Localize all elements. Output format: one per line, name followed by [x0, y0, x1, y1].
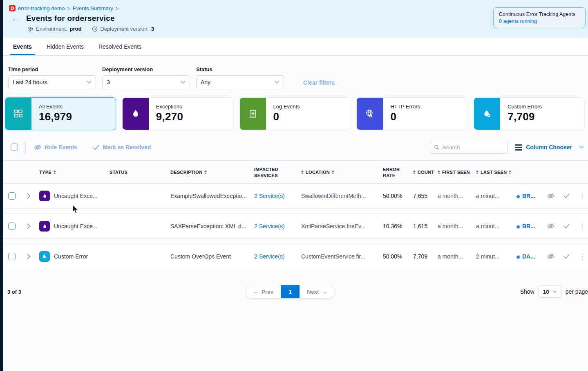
- col-type[interactable]: TYPE: [39, 169, 51, 175]
- col-error-rate[interactable]: ERROR RATE: [383, 166, 403, 178]
- hide-event-icon[interactable]: [547, 193, 554, 199]
- show-label: Show: [520, 288, 534, 295]
- jira-ticket-link[interactable]: ◆BR...: [516, 193, 547, 199]
- page-header: error-tracking-demo > Events Summary > ←…: [3, 0, 588, 38]
- event-type: Custom Error: [54, 253, 88, 260]
- back-arrow-icon[interactable]: ←: [9, 14, 20, 22]
- card-value: 0: [273, 110, 300, 123]
- row-checkbox[interactable]: [8, 192, 16, 200]
- expand-row-icon[interactable]: [20, 193, 37, 199]
- card-log-events[interactable]: Log Events 0: [239, 97, 351, 130]
- flame-icon: [123, 98, 149, 130]
- breadcrumb-events-summary-link[interactable]: Events Summary: [73, 5, 113, 11]
- column-chooser-button[interactable]: Column Chooser: [515, 144, 584, 151]
- impacted-services-link[interactable]: 2 Service(s): [254, 193, 301, 199]
- page-size-select[interactable]: 10: [539, 286, 561, 298]
- table-row[interactable]: Uncaught Exce... SAXParseException: XML …: [3, 214, 588, 239]
- deployment-version-label: Deployment version:: [100, 26, 149, 32]
- event-description: ExampleSwallowedExceptio...: [170, 193, 254, 199]
- expand-row-icon[interactable]: [20, 223, 37, 229]
- col-location[interactable]: LOCATION: [306, 169, 330, 175]
- table-row[interactable]: Uncaught Exce... ExampleSwallowedExcepti…: [3, 183, 588, 209]
- left-nav-edge: [0, 0, 3, 371]
- row-checkbox[interactable]: [8, 223, 16, 230]
- status-select[interactable]: Any: [196, 75, 284, 89]
- flame-gear-icon: [474, 98, 500, 130]
- page-title: Events for orderservice: [26, 14, 115, 23]
- sort-icon[interactable]: [438, 170, 440, 174]
- breadcrumb-project-link[interactable]: error-tracking-demo: [18, 5, 65, 11]
- sort-icon[interactable]: [476, 170, 478, 174]
- toolbar-divider: [25, 142, 26, 153]
- clear-filters-button[interactable]: Clear filters: [303, 79, 335, 86]
- event-count: 1,615: [413, 223, 438, 229]
- deployment-version-filter-value: 3: [107, 79, 110, 85]
- tab-events[interactable]: Events: [7, 38, 38, 55]
- result-count: 3 of 3: [7, 289, 21, 295]
- agents-running-link[interactable]: 0 agents running: [499, 18, 580, 24]
- expand-row-icon[interactable]: [20, 254, 37, 259]
- row-menu-icon[interactable]: ⋮: [579, 192, 586, 200]
- col-last-seen[interactable]: LAST SEEN: [481, 169, 507, 175]
- hamburger-icon: [515, 144, 522, 151]
- select-all-checkbox[interactable]: [11, 144, 18, 151]
- row-menu-icon[interactable]: ⋮: [579, 252, 586, 261]
- last-seen: a minut...: [476, 193, 516, 199]
- jira-icon: ◆: [516, 223, 520, 229]
- deployment-version-icon: [92, 26, 98, 32]
- col-description[interactable]: DESCRIPTION: [170, 169, 202, 175]
- sort-icon[interactable]: [413, 170, 416, 174]
- time-period-label: Time period: [8, 66, 96, 72]
- tab-hidden-events[interactable]: Hidden Events: [41, 38, 89, 55]
- agents-status-card: Continuous Error Tracking Agents 0 agent…: [493, 7, 586, 28]
- deployment-version-select[interactable]: 3: [102, 75, 190, 89]
- chevron-down-icon: [275, 81, 279, 84]
- pagination: ← Prev 1 Next →: [246, 285, 335, 299]
- row-checkbox[interactable]: [8, 253, 16, 260]
- col-impacted-services[interactable]: IMPACTED SERVICES: [254, 166, 286, 178]
- col-status[interactable]: STATUS: [110, 169, 127, 175]
- status-filter-value: Any: [201, 79, 210, 85]
- table-row[interactable]: Custom Error Custom OverOps Event 2 Serv…: [3, 244, 588, 269]
- first-seen: a month...: [438, 253, 476, 260]
- sort-icon[interactable]: [204, 170, 207, 174]
- col-count[interactable]: COUNT: [418, 169, 434, 175]
- card-custom-errors[interactable]: Custom Errors 7,709: [474, 97, 585, 130]
- resolve-event-icon[interactable]: [563, 254, 570, 259]
- mark-resolved-button[interactable]: Mark as Resolved: [93, 144, 151, 151]
- card-value: 9,270: [156, 110, 183, 123]
- jira-ticket-link[interactable]: ◆BR...: [516, 223, 547, 229]
- hide-event-icon[interactable]: [547, 254, 554, 259]
- tab-resolved-events[interactable]: Resolved Events: [93, 38, 147, 55]
- per-page-label: per page: [566, 288, 588, 295]
- card-http-errors[interactable]: HTTP Errors 0: [356, 97, 467, 130]
- hide-event-icon[interactable]: [547, 223, 554, 229]
- sort-icon[interactable]: [301, 170, 304, 174]
- event-summary-cards: All Events 16,979 Exceptions 9,270 Log E…: [3, 89, 588, 130]
- document-icon: [240, 98, 266, 130]
- hide-events-button[interactable]: Hide Events: [34, 144, 77, 151]
- sort-icon[interactable]: [54, 170, 56, 174]
- resolve-event-icon[interactable]: [563, 193, 570, 198]
- sort-icon[interactable]: [332, 170, 334, 174]
- time-period-select[interactable]: Last 24 hours: [8, 75, 96, 89]
- card-label: Log Events: [273, 103, 300, 110]
- card-all-events[interactable]: All Events 16,979: [5, 97, 116, 130]
- page-number-button[interactable]: 1: [281, 285, 300, 298]
- resolve-event-icon[interactable]: [563, 224, 570, 229]
- next-page-button[interactable]: Next →: [300, 285, 335, 298]
- prev-page-button[interactable]: ← Prev: [246, 285, 281, 298]
- card-exceptions[interactable]: Exceptions 9,270: [122, 97, 233, 130]
- check-icon: [93, 145, 99, 150]
- sort-icon[interactable]: [509, 170, 511, 174]
- environment-meta: Environment: prod: [28, 26, 81, 32]
- col-first-seen[interactable]: FIRST SEEN: [442, 169, 470, 175]
- agents-card-title: Continuous Error Tracking Agents: [499, 11, 580, 17]
- row-menu-icon[interactable]: ⋮: [579, 222, 586, 231]
- impacted-services-link[interactable]: 2 Service(s): [254, 223, 301, 229]
- error-rate: 50.00%: [383, 253, 413, 260]
- jira-ticket-link[interactable]: ◆DA...: [516, 253, 547, 260]
- search-input[interactable]: [442, 144, 503, 151]
- impacted-services-link[interactable]: 2 Service(s): [254, 253, 301, 260]
- table-toolbar: Hide Events Mark as Resolved Column Choo…: [3, 130, 588, 160]
